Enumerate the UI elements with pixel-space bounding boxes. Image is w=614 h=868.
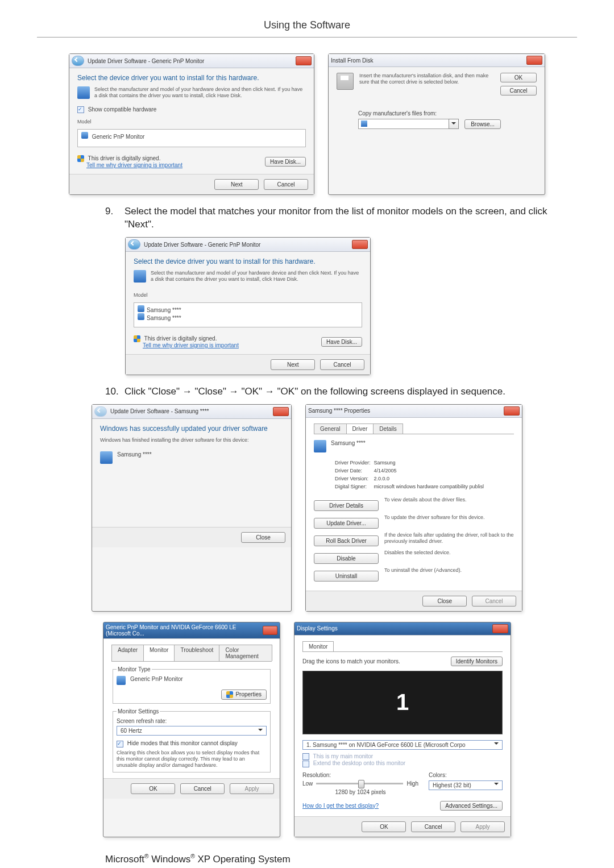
dialog-title: Samsung **** Properties (308, 408, 370, 414)
step-number: 10. (105, 385, 125, 398)
model-list[interactable]: Samsung **** Samsung **** (134, 302, 362, 327)
back-icon[interactable] (72, 56, 84, 66)
model-list[interactable]: Generic PnP Monitor (77, 129, 306, 147)
monitor-properties-dialog: Generic PnP Monitor and NVIDIA GeForce 6… (103, 622, 280, 837)
ok-button[interactable]: OK (362, 821, 406, 832)
device-icon (100, 451, 113, 464)
driver-details-button[interactable]: Driver Details (314, 500, 379, 511)
list-item[interactable]: Samsung **** (147, 315, 181, 321)
tab-driver[interactable]: Driver (346, 423, 374, 434)
step-text: Click "Close" → "Close" → "OK" → "OK" on… (125, 385, 549, 398)
next-button[interactable]: Next (271, 359, 315, 370)
tab-troubleshoot[interactable]: Troubleshoot (174, 645, 219, 661)
close-icon[interactable] (526, 56, 542, 65)
dialog-title: Install From Disk (331, 57, 373, 64)
monitor-preview[interactable]: 1 (302, 671, 503, 734)
breadcrumb: Update Driver Software - Generic PnP Mon… (88, 58, 204, 64)
list-item[interactable]: Generic PnP Monitor (92, 134, 145, 140)
apply-button: Apply (230, 783, 274, 794)
chevron-down-icon (494, 783, 499, 787)
monitor-select[interactable]: 1. Samsung **** on NVIDIA GeForce 6600 L… (302, 740, 503, 750)
signing-link[interactable]: Tell me why driver signing is important (86, 162, 182, 168)
dialog-heading: Select the device driver you want to ins… (134, 258, 362, 265)
colors-value: Highest (32 bit) (433, 782, 471, 788)
update-driver-dialog-2: Update Driver Software - Generic PnP Mon… (125, 237, 371, 375)
display-settings-dialog: Display Settings Monitor Drag the icons … (294, 622, 511, 837)
shield-icon (226, 691, 233, 698)
shield-icon (77, 155, 84, 162)
rollback-driver-button[interactable]: Roll Back Driver (314, 535, 379, 546)
hide-modes-checkbox[interactable] (117, 741, 123, 747)
cancel-button[interactable]: Cancel (500, 86, 537, 95)
prop-key: Driver Version: (334, 475, 371, 482)
dialog-title: Generic PnP Monitor and NVIDIA GeForce 6… (106, 624, 261, 637)
uninstall-button[interactable]: Uninstall (314, 571, 379, 582)
have-disk-button[interactable]: Have Disk... (321, 337, 362, 347)
tab-color-management[interactable]: Color Management (219, 645, 272, 661)
device-icon (314, 440, 326, 452)
model-label: Model (134, 292, 362, 298)
footer-tail: XP Operating System (195, 853, 291, 864)
advanced-settings-button[interactable]: Advanced Settings... (440, 801, 503, 811)
close-icon[interactable] (504, 406, 520, 416)
device-icon (134, 270, 146, 283)
monitor-settings-label: Monitor Settings (117, 708, 160, 715)
prop-key: Driver Date: (334, 467, 371, 474)
footer-os-line: Microsoft® Windows® XP Operating System (105, 853, 577, 865)
close-icon[interactable] (492, 624, 508, 633)
tab-monitor[interactable]: Monitor (302, 641, 334, 651)
device-name: Samsung **** (331, 440, 366, 446)
back-icon[interactable] (128, 239, 140, 250)
update-driver-button[interactable]: Update Driver... (314, 518, 379, 529)
path-dropdown-button[interactable] (449, 119, 459, 129)
ok-button[interactable]: OK (131, 783, 175, 794)
device-name: Samsung **** (117, 451, 152, 458)
cancel-button[interactable]: Cancel (411, 821, 455, 832)
copy-from-label: Copy manufacturer's files from: (358, 110, 537, 117)
update-finished-dialog: Update Driver Software - Samsung **** Wi… (92, 404, 292, 612)
identify-monitors-button[interactable]: Identify Monitors (451, 657, 503, 666)
chevron-down-icon (258, 729, 263, 733)
monitor-type-label: Monitor Type (117, 666, 152, 672)
signing-link[interactable]: Tell me why driver signing is important (143, 342, 239, 348)
model-label: Model (77, 119, 306, 124)
hide-modes-label: Hide modes that this monitor cannot disp… (127, 740, 238, 746)
prop-key: Driver Provider: (334, 459, 371, 466)
cancel-button[interactable]: Cancel (264, 179, 308, 190)
close-button[interactable]: Close (422, 596, 467, 607)
ok-button[interactable]: OK (500, 73, 537, 82)
resolution-slider[interactable] (316, 783, 403, 784)
tab-monitor[interactable]: Monitor (143, 645, 175, 661)
monitor-icon (138, 313, 144, 320)
have-disk-button[interactable]: Have Disk... (265, 157, 306, 167)
colors-select[interactable]: Highest (32 bit) (429, 780, 503, 790)
footer-win: Windows (148, 853, 190, 864)
extend-desktop-checkbox (302, 761, 309, 767)
disable-button[interactable]: Disable (314, 553, 379, 564)
cancel-button[interactable]: Cancel (180, 783, 225, 794)
close-icon[interactable] (296, 56, 312, 65)
tab-adapter[interactable]: Adapter (111, 645, 144, 661)
next-button[interactable]: Next (214, 179, 259, 190)
close-icon[interactable] (352, 240, 368, 249)
resolution-value: 1280 by 1024 pixels (302, 789, 418, 795)
cancel-button[interactable]: Cancel (320, 359, 364, 370)
refresh-rate-select[interactable]: 60 Hertz (117, 726, 267, 736)
divider (37, 37, 577, 38)
browse-button[interactable]: Browse... (464, 119, 501, 129)
close-icon[interactable] (263, 626, 277, 635)
list-item[interactable]: Samsung **** (147, 307, 181, 313)
close-button[interactable]: Close (241, 532, 285, 543)
close-icon[interactable] (273, 407, 289, 416)
properties-button[interactable]: Properties (221, 690, 267, 700)
button-desc: Disables the selected device. (384, 550, 514, 567)
tab-details[interactable]: Details (373, 423, 403, 434)
best-display-link[interactable]: How do I get the best display? (302, 803, 379, 809)
monitor-number: 1 (396, 690, 409, 715)
tab-general[interactable]: General (314, 423, 347, 434)
back-icon (94, 406, 107, 417)
shield-icon (134, 335, 140, 342)
slider-thumb[interactable] (358, 780, 364, 788)
path-input[interactable] (358, 119, 449, 129)
show-compatible-checkbox[interactable] (77, 106, 84, 113)
